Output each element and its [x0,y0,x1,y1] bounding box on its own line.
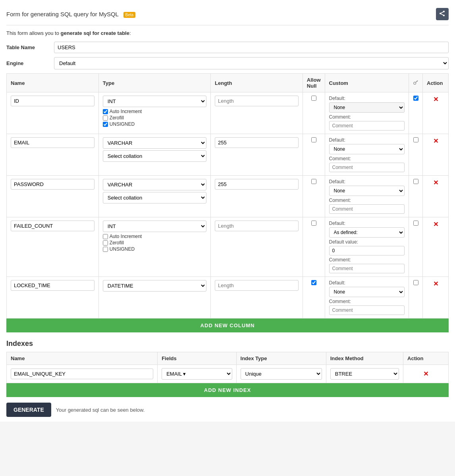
comment-label: Comment: [329,198,405,203]
col-length-input[interactable] [215,96,299,106]
index-action-cell: ✕ [403,365,449,383]
columns-header-row: Name Type Length AllowNull Custom Action [7,74,449,92]
index-fields-select[interactable]: EMAIL ▾ [162,368,232,380]
col-length-cell [211,134,303,176]
indexes-header-row: Name Fields Index Type Index Method Acti… [7,352,449,365]
col-type-select[interactable]: INTVARCHARDATETIME [103,280,206,292]
key-checkbox[interactable] [413,137,418,142]
delete-column-button[interactable]: ✕ [433,96,438,103]
index-header-method: Index Method [326,352,403,365]
col-key-cell [409,92,423,134]
col-type-select[interactable]: INTVARCHARDATETIME [103,137,206,149]
zerofill-checkbox[interactable] [103,240,108,246]
add-index-button[interactable]: ADD NEW INDEX [6,383,449,397]
index-name-input[interactable] [11,369,153,379]
comment-label: Comment: [329,156,405,161]
allow-null-checkbox[interactable] [311,179,316,184]
delete-column-button[interactable]: ✕ [433,221,438,228]
allow-null-checkbox[interactable] [311,137,316,142]
col-allow-null-cell [303,217,325,277]
key-checkbox[interactable] [413,280,418,285]
svg-line-4 [440,13,444,15]
default-label: Default: [329,96,405,101]
default-value-input[interactable] [329,246,405,255]
comment-input[interactable] [329,204,405,214]
col-zerofill-row: Zerofill [103,115,206,121]
default-label: Default: [329,179,405,184]
col-type-select[interactable]: INTVARCHARDATETIME [103,221,206,232]
default-select[interactable]: NoneNULLAs defined: [329,102,405,113]
share-button[interactable] [436,8,449,20]
col-key-cell [409,217,423,277]
col-length-input[interactable] [215,221,299,231]
col-auto-increment-row: Auto Increment [103,109,206,114]
col-header-allow-null: AllowNull [303,74,325,92]
comment-label: Comment: [329,257,405,263]
col-name-cell [7,217,99,277]
index-row: EMAIL ▾ Unique INDEX PRIMARY FULLTEXT [7,365,449,383]
comment-input[interactable] [329,121,405,131]
index-name-cell [7,365,158,383]
delete-index-button[interactable]: ✕ [423,370,428,378]
table-name-input[interactable] [54,42,449,53]
col-action-cell: ✕ [423,92,449,134]
default-select[interactable]: NoneNULLAs defined: [329,227,405,238]
col-allow-null-cell [303,176,325,217]
auto-increment-checkbox[interactable] [103,234,108,239]
allow-null-checkbox[interactable] [311,221,316,226]
key-checkbox[interactable] [413,221,418,226]
col-length-cell [211,176,303,217]
zerofill-checkbox[interactable] [103,115,108,121]
default-select[interactable]: NoneNULLAs defined: [329,144,405,154]
add-column-button[interactable]: ADD NEW COLUMN [6,319,449,332]
col-name-input[interactable] [11,179,94,190]
page-title: Form for generating SQL query for MySQL [6,11,119,17]
col-length-cell [211,92,303,134]
col-collation-select[interactable]: Select collation [103,150,206,162]
default-select[interactable]: NoneNULLAs defined: [329,186,405,196]
comment-input[interactable] [329,305,405,315]
engine-select[interactable]: Default InnoDB MyISAM MEMORY [54,57,449,69]
index-method-cell: BTREE HASH [326,365,403,383]
col-name-input[interactable] [11,137,94,148]
allow-null-checkbox[interactable] [311,280,316,285]
col-collation-select[interactable]: Select collation [103,192,206,203]
allow-null-checkbox[interactable] [311,96,316,101]
col-name-input[interactable] [11,280,94,291]
engine-row: Engine Default InnoDB MyISAM MEMORY [6,57,449,69]
key-checkbox[interactable] [413,179,418,184]
generate-button[interactable]: GENERATE [6,403,51,417]
col-unsigned-row: UNSIGNED [103,121,206,127]
table-row: INTVARCHARDATETIME Default: NoneNULLAs d… [7,277,449,319]
index-header-action: Action [403,352,449,365]
delete-column-button[interactable]: ✕ [433,179,438,186]
col-name-input[interactable] [11,96,94,106]
comment-input[interactable] [329,264,405,273]
auto-increment-checkbox[interactable] [103,109,108,114]
default-select[interactable]: NoneNULLAs defined: [329,287,405,297]
key-checkbox[interactable] [413,96,418,101]
delete-column-button[interactable]: ✕ [433,137,438,145]
col-length-input[interactable] [215,179,299,190]
delete-column-button[interactable]: ✕ [433,280,438,288]
zerofill-label: Zerofill [110,240,124,246]
comment-input[interactable] [329,163,405,172]
col-type-select[interactable]: INTVARCHARDATETIME [103,179,206,190]
col-name-input[interactable] [11,221,94,231]
col-custom-cell: Default: NoneNULLAs defined: Comment: [325,176,409,217]
col-length-input[interactable] [215,280,299,291]
index-type-select[interactable]: Unique INDEX PRIMARY FULLTEXT [241,368,322,380]
x-icon: ✕ [433,179,438,186]
unsigned-checkbox[interactable] [103,247,108,252]
col-action-cell: ✕ [423,217,449,277]
col-type-cell: INTVARCHARDATETIME Select collation [98,134,210,176]
index-type-cell: Unique INDEX PRIMARY FULLTEXT [236,365,326,383]
generate-section: GENERATE Your generated sql can be seen … [6,403,449,417]
col-length-input[interactable] [215,137,299,148]
col-header-name: Name [7,74,99,92]
col-length-cell [211,217,303,277]
svg-line-3 [440,12,444,13]
col-type-select[interactable]: INTVARCHARDATETIME [103,96,206,107]
index-method-select[interactable]: BTREE HASH [330,368,399,380]
unsigned-checkbox[interactable] [103,122,108,127]
